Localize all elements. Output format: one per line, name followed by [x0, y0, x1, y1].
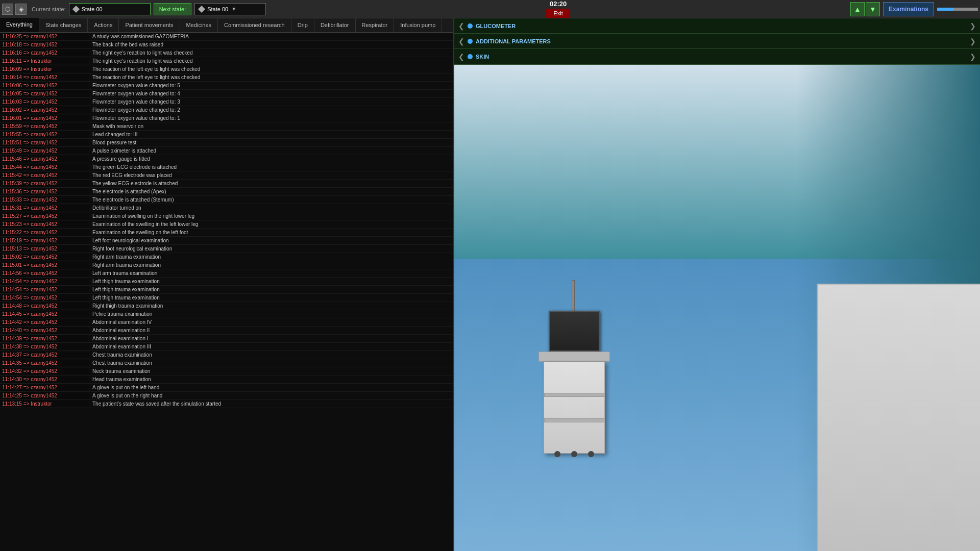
- icon-box-2[interactable]: ◈: [15, 4, 27, 15]
- log-message: Right arm trauma examination: [89, 254, 453, 260]
- log-time: 11:15:01 => czarny1452: [0, 262, 89, 268]
- log-message: Mask with reservoir on: [89, 123, 453, 130]
- log-row: 11:14:54 => czarny1452Left thigh trauma …: [0, 286, 453, 294]
- log-row: 11:15:27 => czarny1452Examination of swe…: [0, 212, 453, 220]
- tab-actions[interactable]: Actions: [88, 18, 119, 32]
- current-state-label: Current state:: [32, 6, 66, 12]
- cart-shelf-1: [544, 418, 604, 422]
- log-message: Left thigh trauma examination: [89, 286, 453, 293]
- main-layout: EverythingState changesActionsPatient mo…: [0, 18, 980, 551]
- log-row: 11:15:31 => czarny1452Defibrillator turn…: [0, 204, 453, 212]
- log-row: 11:14:39 => czarny1452Abdominal examinat…: [0, 335, 453, 343]
- log-message: Pelvic trauma examination: [89, 311, 453, 317]
- tab-medicines[interactable]: Medicines: [180, 18, 218, 32]
- log-time: 11:15:22 => czarny1452: [0, 229, 89, 236]
- current-state-box: State 00: [69, 3, 151, 15]
- log-row: 11:13:15 => InstruktorThe patient's stat…: [0, 400, 453, 408]
- side-panel-skin[interactable]: ❮ SKIN ❯: [454, 49, 980, 64]
- exit-button[interactable]: Exit: [546, 9, 570, 18]
- log-message: The right eye's reaction to light was ch…: [89, 58, 453, 64]
- log-time: 11:14:54 => czarny1452: [0, 294, 89, 301]
- log-message: A glove is put on the left hand: [89, 384, 453, 391]
- log-message: Examination of the swelling in the left …: [89, 221, 453, 228]
- log-time: 11:16:16 => czarny1452: [0, 49, 89, 56]
- log-time: 11:16:11 => Instruktor: [0, 58, 89, 64]
- log-message: The red ECG electrode was placed: [89, 172, 453, 179]
- log-time: 11:14:30 => czarny1452: [0, 376, 89, 383]
- top-bar: ⬡ ◈ Current state: State 00 Next state: …: [0, 0, 980, 18]
- log-row: 11:15:22 => czarny1452Examination of the…: [0, 229, 453, 237]
- log-row: 11:15:33 => czarny1452The electrode is a…: [0, 196, 453, 204]
- log-message: Abdominal examination II: [89, 327, 453, 334]
- log-row: 11:16:03 => czarny1452Flowmeter oxygen v…: [0, 98, 453, 106]
- side-panel-additional[interactable]: ❮ ADDITIONAL PARAMETERS ❯: [454, 34, 980, 49]
- current-state-value: State 00: [82, 6, 103, 12]
- log-message: Flowmeter oxygen value changed to: 2: [89, 107, 453, 113]
- log-time: 11:15:39 => czarny1452: [0, 180, 89, 187]
- log-row: 11:15:49 => czarny1452A pulse oximeter i…: [0, 147, 453, 155]
- cart-wheel-left: [554, 451, 560, 457]
- log-row: 11:15:55 => czarny1452Lead changed to: I…: [0, 131, 453, 139]
- log-time: 11:14:39 => czarny1452: [0, 335, 89, 342]
- next-state-dropdown-icon: ▼: [231, 6, 236, 12]
- log-time: 11:15:23 => czarny1452: [0, 221, 89, 228]
- log-row: 11:15:36 => czarny1452The electrode is a…: [0, 188, 453, 196]
- log-row: 11:14:54 => czarny1452Left thigh trauma …: [0, 294, 453, 302]
- log-time: 11:14:42 => czarny1452: [0, 319, 89, 325]
- log-row: 11:15:39 => czarny1452The yellow ECG ele…: [0, 180, 453, 188]
- log-time: 11:16:25 => czarny1452: [0, 33, 89, 40]
- arrow-down-button[interactable]: ▼: [866, 2, 880, 16]
- side-panel-glucometer[interactable]: ❮ GLUCOMETER ❯: [454, 18, 980, 34]
- tab-patient_movements[interactable]: Patient movements: [119, 18, 180, 32]
- log-time: 11:14:32 => czarny1452: [0, 368, 89, 374]
- log-table[interactable]: 11:16:25 => czarny1452A study was commis…: [0, 33, 453, 551]
- tab-respirator[interactable]: Respirator: [356, 18, 395, 32]
- log-message: The back of the bed was raised: [89, 41, 453, 48]
- log-message: A pulse oximeter is attached: [89, 147, 453, 154]
- log-message: A study was commissioned GAZOMETRIA: [89, 33, 453, 40]
- tab-defibrillator[interactable]: Defibrillator: [314, 18, 356, 32]
- tab-state_changes[interactable]: State changes: [39, 18, 88, 32]
- tab-everything[interactable]: Everything: [0, 18, 39, 32]
- skin-indicator: [468, 54, 473, 59]
- additional-right-chevron-icon: ❯: [970, 37, 976, 45]
- log-message: A glove is put on the right hand: [89, 392, 453, 399]
- next-state-box[interactable]: State 00 ▼: [194, 3, 266, 15]
- tab-infusion_pump[interactable]: Infusion pump: [394, 18, 442, 32]
- tab-drip[interactable]: Drip: [291, 18, 314, 32]
- top-icons: ⬡ ◈: [2, 4, 27, 15]
- log-time: 11:15:51 => czarny1452: [0, 139, 89, 146]
- glucometer-left-chevron-icon: ❮: [458, 22, 464, 30]
- log-message: Flowmeter oxygen value changed to: 4: [89, 90, 453, 97]
- next-state-diamond-icon: [198, 5, 205, 12]
- cart-device: [549, 311, 600, 352]
- timer-display: 02:20: [550, 0, 567, 8]
- tab-commissioned_research[interactable]: Commissioned research: [218, 18, 291, 32]
- glucometer-right-chevron-icon: ❯: [970, 22, 976, 30]
- log-row: 11:15:59 => czarny1452Mask with reservoi…: [0, 122, 453, 131]
- log-row: 11:16:18 => czarny1452The back of the be…: [0, 41, 453, 49]
- cart-shelf-2: [544, 393, 604, 397]
- log-time: 11:14:40 => czarny1452: [0, 327, 89, 334]
- log-time: 11:14:38 => czarny1452: [0, 343, 89, 350]
- icon-box-1[interactable]: ⬡: [2, 4, 13, 15]
- log-time: 11:15:27 => czarny1452: [0, 213, 89, 219]
- skin-left-chevron-icon: ❮: [458, 53, 464, 61]
- log-row: 11:14:27 => czarny1452A glove is put on …: [0, 384, 453, 392]
- left-panel: EverythingState changesActionsPatient mo…: [0, 18, 454, 551]
- log-row: 11:14:38 => czarny1452Abdominal examinat…: [0, 343, 453, 351]
- log-row: 11:14:35 => czarny1452Chest trauma exami…: [0, 359, 453, 367]
- log-message: Right thigh trauma examination: [89, 303, 453, 309]
- log-message: Left thigh trauma examination: [89, 278, 453, 285]
- log-time: 11:15:02 => czarny1452: [0, 254, 89, 260]
- log-row: 11:14:56 => czarny1452Left arm trauma ex…: [0, 269, 453, 278]
- tab-bar: EverythingState changesActionsPatient mo…: [0, 18, 453, 33]
- log-message: The right eye's reaction to light was ch…: [89, 49, 453, 56]
- arrow-up-button[interactable]: ▲: [850, 2, 865, 16]
- examinations-button[interactable]: Examinations: [883, 2, 934, 16]
- log-message: The green ECG electrode is attached: [89, 164, 453, 170]
- log-row: 11:16:09 => InstruktorThe reaction of th…: [0, 65, 453, 73]
- cart-body: [544, 362, 605, 454]
- log-time: 11:16:06 => czarny1452: [0, 82, 89, 89]
- next-state-button[interactable]: Next state:: [154, 3, 192, 15]
